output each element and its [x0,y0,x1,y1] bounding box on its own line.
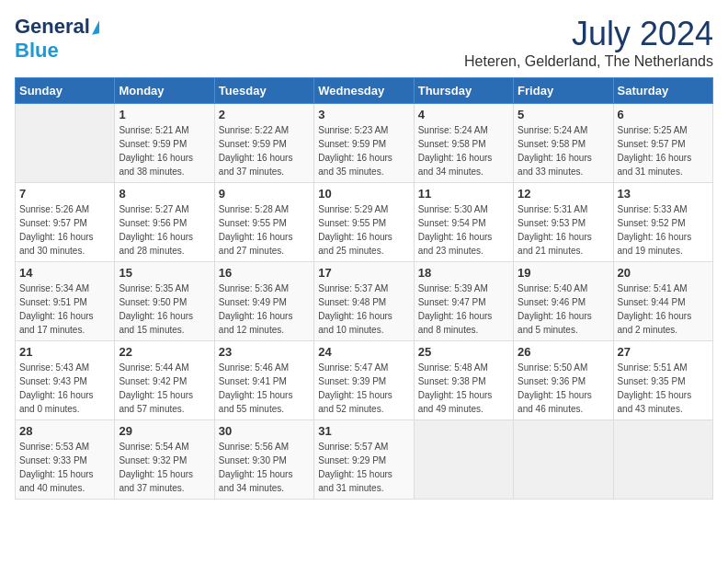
day-info: Sunrise: 5:23 AMSunset: 9:59 PMDaylight:… [318,123,409,178]
day-info: Sunrise: 5:53 AMSunset: 9:33 PMDaylight:… [19,440,110,495]
day-info: Sunrise: 5:29 AMSunset: 9:55 PMDaylight:… [318,202,409,258]
calendar-cell: 31Sunrise: 5:57 AMSunset: 9:29 PMDayligh… [314,420,414,500]
calendar-cell: 2Sunrise: 5:22 AMSunset: 9:59 PMDaylight… [214,104,313,183]
day-number: 24 [318,345,409,359]
header-day-thursday: Thursday [414,78,513,104]
day-info: Sunrise: 5:43 AMSunset: 9:43 PMDaylight:… [19,361,110,416]
calendar-cell: 24Sunrise: 5:47 AMSunset: 9:39 PMDayligh… [314,341,414,420]
day-number: 21 [19,345,110,359]
day-number: 30 [219,424,310,438]
calendar-cell: 12Sunrise: 5:31 AMSunset: 9:53 PMDayligh… [514,183,613,262]
day-info: Sunrise: 5:22 AMSunset: 9:59 PMDaylight:… [219,123,310,178]
calendar-cell: 10Sunrise: 5:29 AMSunset: 9:55 PMDayligh… [314,183,414,262]
calendar-cell: 11Sunrise: 5:30 AMSunset: 9:54 PMDayligh… [414,183,513,262]
day-info: Sunrise: 5:54 AMSunset: 9:32 PMDaylight:… [119,440,210,495]
day-number: 29 [119,424,210,438]
day-info: Sunrise: 5:57 AMSunset: 9:29 PMDaylight:… [318,440,409,495]
day-info: Sunrise: 5:40 AMSunset: 9:46 PMDaylight:… [518,282,609,337]
calendar-cell: 14Sunrise: 5:34 AMSunset: 9:51 PMDayligh… [16,262,115,341]
day-number: 22 [119,345,210,359]
day-number: 23 [219,345,310,359]
day-number: 11 [418,187,509,201]
header-day-wednesday: Wednesday [314,78,414,104]
day-info: Sunrise: 5:37 AMSunset: 9:48 PMDaylight:… [318,282,409,337]
calendar-cell: 8Sunrise: 5:27 AMSunset: 9:56 PMDaylight… [115,183,214,262]
day-info: Sunrise: 5:30 AMSunset: 9:54 PMDaylight:… [418,202,509,258]
calendar-cell: 30Sunrise: 5:56 AMSunset: 9:30 PMDayligh… [214,420,313,500]
calendar-cell: 21Sunrise: 5:43 AMSunset: 9:43 PMDayligh… [16,341,115,420]
day-info: Sunrise: 5:26 AMSunset: 9:57 PMDaylight:… [19,202,110,258]
day-info: Sunrise: 5:44 AMSunset: 9:42 PMDaylight:… [119,361,210,416]
logo-blue-text: Blue [15,39,59,62]
calendar-cell: 19Sunrise: 5:40 AMSunset: 9:46 PMDayligh… [514,262,613,341]
calendar-week-row: 21Sunrise: 5:43 AMSunset: 9:43 PMDayligh… [16,341,713,420]
calendar-cell: 3Sunrise: 5:23 AMSunset: 9:59 PMDaylight… [314,104,414,183]
header-day-sunday: Sunday [16,78,115,104]
day-number: 18 [418,266,509,280]
calendar-cell [414,420,513,500]
calendar-cell: 15Sunrise: 5:35 AMSunset: 9:50 PMDayligh… [115,262,214,341]
day-number: 9 [219,187,310,201]
calendar-week-row: 7Sunrise: 5:26 AMSunset: 9:57 PMDaylight… [16,183,713,262]
calendar-cell: 26Sunrise: 5:50 AMSunset: 9:36 PMDayligh… [514,341,613,420]
calendar-week-row: 28Sunrise: 5:53 AMSunset: 9:33 PMDayligh… [16,420,713,500]
calendar-cell [613,420,712,500]
calendar-week-row: 14Sunrise: 5:34 AMSunset: 9:51 PMDayligh… [16,262,713,341]
page-header: General Blue July 2024 Heteren, Gelderla… [15,15,713,70]
day-number: 2 [219,108,310,121]
calendar-cell: 16Sunrise: 5:36 AMSunset: 9:49 PMDayligh… [214,262,313,341]
day-number: 10 [318,187,409,201]
day-number: 5 [518,108,609,121]
day-number: 1 [119,108,210,121]
calendar-cell [514,420,613,500]
calendar-cell: 25Sunrise: 5:48 AMSunset: 9:38 PMDayligh… [414,341,513,420]
day-info: Sunrise: 5:47 AMSunset: 9:39 PMDaylight:… [318,361,409,416]
calendar-cell: 28Sunrise: 5:53 AMSunset: 9:33 PMDayligh… [16,420,115,500]
logo-triangle-icon [92,20,99,34]
calendar-cell: 9Sunrise: 5:28 AMSunset: 9:55 PMDaylight… [214,183,313,262]
month-year-title: July 2024 [464,15,713,53]
day-info: Sunrise: 5:31 AMSunset: 9:53 PMDaylight:… [518,202,609,258]
header-day-tuesday: Tuesday [214,78,313,104]
day-info: Sunrise: 5:24 AMSunset: 9:58 PMDaylight:… [518,123,609,178]
day-number: 14 [19,266,110,280]
calendar-cell: 27Sunrise: 5:51 AMSunset: 9:35 PMDayligh… [613,341,712,420]
day-number: 26 [518,345,609,359]
day-info: Sunrise: 5:25 AMSunset: 9:57 PMDaylight:… [618,123,709,178]
day-number: 15 [119,266,210,280]
day-info: Sunrise: 5:50 AMSunset: 9:36 PMDaylight:… [518,361,609,416]
day-info: Sunrise: 5:24 AMSunset: 9:58 PMDaylight:… [418,123,509,178]
day-number: 19 [518,266,609,280]
day-info: Sunrise: 5:35 AMSunset: 9:50 PMDaylight:… [119,282,210,337]
day-info: Sunrise: 5:46 AMSunset: 9:41 PMDaylight:… [219,361,310,416]
day-number: 12 [518,187,609,201]
day-info: Sunrise: 5:39 AMSunset: 9:47 PMDaylight:… [418,282,509,337]
day-info: Sunrise: 5:27 AMSunset: 9:56 PMDaylight:… [119,202,210,258]
day-info: Sunrise: 5:41 AMSunset: 9:44 PMDaylight:… [618,282,709,337]
day-info: Sunrise: 5:56 AMSunset: 9:30 PMDaylight:… [219,440,310,495]
day-number: 7 [19,187,110,201]
day-number: 8 [119,187,210,201]
logo-text: General [15,15,90,39]
day-number: 31 [318,424,409,438]
day-number: 28 [19,424,110,438]
day-number: 6 [618,108,709,121]
calendar-cell [16,104,115,183]
calendar-cell: 18Sunrise: 5:39 AMSunset: 9:47 PMDayligh… [414,262,513,341]
day-info: Sunrise: 5:36 AMSunset: 9:49 PMDaylight:… [219,282,310,337]
calendar-cell: 17Sunrise: 5:37 AMSunset: 9:48 PMDayligh… [314,262,414,341]
day-info: Sunrise: 5:33 AMSunset: 9:52 PMDaylight:… [618,202,709,258]
day-info: Sunrise: 5:48 AMSunset: 9:38 PMDaylight:… [418,361,509,416]
calendar-cell: 5Sunrise: 5:24 AMSunset: 9:58 PMDaylight… [514,104,613,183]
calendar-table: SundayMondayTuesdayWednesdayThursdayFrid… [15,77,713,500]
calendar-cell: 29Sunrise: 5:54 AMSunset: 9:32 PMDayligh… [115,420,214,500]
day-info: Sunrise: 5:34 AMSunset: 9:51 PMDaylight:… [19,282,110,337]
calendar-cell: 13Sunrise: 5:33 AMSunset: 9:52 PMDayligh… [613,183,712,262]
calendar-cell: 20Sunrise: 5:41 AMSunset: 9:44 PMDayligh… [613,262,712,341]
calendar-cell: 6Sunrise: 5:25 AMSunset: 9:57 PMDaylight… [613,104,712,183]
calendar-cell: 1Sunrise: 5:21 AMSunset: 9:59 PMDaylight… [115,104,214,183]
calendar-cell: 23Sunrise: 5:46 AMSunset: 9:41 PMDayligh… [214,341,313,420]
calendar-cell: 7Sunrise: 5:26 AMSunset: 9:57 PMDaylight… [16,183,115,262]
day-number: 20 [618,266,709,280]
header-day-friday: Friday [514,78,613,104]
